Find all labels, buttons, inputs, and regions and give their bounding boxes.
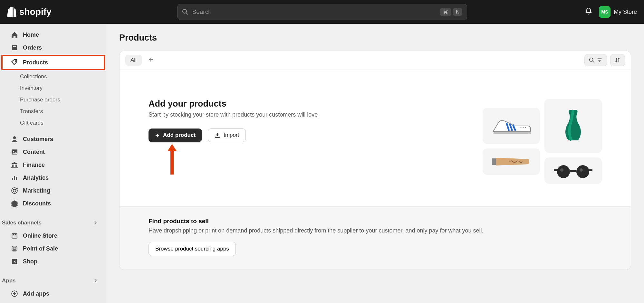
- nav-discounts[interactable]: Discounts: [3, 197, 104, 210]
- import-icon: [215, 132, 220, 138]
- page-title: Products: [119, 33, 631, 43]
- svg-rect-9: [16, 177, 17, 180]
- apps-header[interactable]: Apps: [0, 274, 106, 287]
- nav-customers[interactable]: Customers: [3, 133, 104, 146]
- nav-finance[interactable]: Finance: [3, 158, 104, 171]
- search-filter-button[interactable]: [584, 54, 607, 66]
- nav-content[interactable]: Content: [3, 146, 104, 158]
- nav-orders[interactable]: Orders: [3, 41, 104, 54]
- svg-rect-12: [12, 233, 17, 238]
- notifications-icon[interactable]: [585, 7, 592, 16]
- svg-point-4: [13, 136, 16, 139]
- sort-icon: [615, 57, 620, 63]
- nav-online-store[interactable]: Online Store: [3, 229, 104, 242]
- nav-inventory[interactable]: Inventory: [0, 82, 106, 94]
- nav-label: Content: [23, 149, 45, 156]
- nav-label: Discounts: [23, 200, 51, 207]
- nav-label: Point of Sale: [23, 245, 58, 252]
- svg-rect-28: [570, 170, 576, 172]
- svg-point-23: [523, 127, 524, 128]
- plus-circle-icon: [11, 290, 18, 297]
- svg-point-0: [183, 9, 187, 13]
- store-switcher[interactable]: MS My Store: [599, 6, 637, 18]
- image-icon: [11, 148, 18, 156]
- search-icon: [182, 9, 188, 15]
- nav-shop[interactable]: Shop: [3, 255, 104, 268]
- chevron-right-icon: [93, 278, 98, 283]
- nav-label: Orders: [23, 44, 42, 51]
- top-bar: shopify Search ⌘ K MS My Store: [0, 0, 644, 24]
- nav-label: Add apps: [23, 290, 49, 297]
- svg-rect-25: [492, 158, 496, 165]
- svg-point-26: [557, 165, 570, 178]
- main-content: Products All: [106, 24, 644, 303]
- svg-point-20: [590, 58, 593, 62]
- store-name: My Store: [614, 9, 637, 15]
- orders-icon: [11, 44, 18, 51]
- button-label: Import: [224, 132, 239, 138]
- avatar: MS: [599, 6, 610, 18]
- nav-home[interactable]: Home: [3, 28, 104, 41]
- empty-subtext: Start by stocking your store with produc…: [149, 111, 470, 118]
- arrow-annotation: [166, 144, 178, 176]
- nav-marketing[interactable]: Marketing: [3, 184, 104, 197]
- sales-channels-header[interactable]: Sales channels: [0, 216, 106, 229]
- svg-rect-29: [554, 169, 558, 171]
- shop-icon: [11, 258, 18, 265]
- products-card: All Add your products Star: [119, 51, 631, 270]
- button-label: Add product: [163, 132, 196, 138]
- shoe-illustration: [483, 108, 540, 144]
- svg-rect-8: [14, 176, 15, 180]
- nav-gift-cards[interactable]: Gift cards: [0, 117, 106, 129]
- filter-icon: [597, 57, 602, 63]
- svg-point-11: [13, 189, 16, 192]
- vase-illustration: [544, 99, 602, 153]
- nav-label: Shop: [23, 258, 37, 265]
- bank-icon: [11, 161, 18, 168]
- card-footer: Find products to sell Have dropshipping …: [120, 206, 631, 270]
- svg-point-17: [15, 250, 16, 250]
- person-icon: [11, 136, 18, 143]
- nav-transfers[interactable]: Transfers: [0, 106, 106, 117]
- nav-products[interactable]: Products: [3, 56, 104, 69]
- chevron-right-icon: [93, 220, 98, 225]
- empty-state: Add your products Start by stocking your…: [120, 70, 631, 206]
- target-icon: [11, 187, 18, 194]
- empty-heading: Add your products: [149, 99, 470, 109]
- home-icon: [11, 31, 18, 38]
- browse-apps-button[interactable]: Browse product sourcing apps: [149, 242, 236, 256]
- sort-button[interactable]: [610, 54, 625, 66]
- search-placeholder: Search: [192, 8, 438, 15]
- nav-label: Home: [23, 32, 39, 38]
- svg-rect-2: [13, 46, 16, 47]
- nav-purchase-orders[interactable]: Purchase orders: [0, 94, 106, 106]
- pos-icon: [11, 245, 18, 252]
- plus-icon: [155, 133, 160, 138]
- nav-add-apps[interactable]: Add apps: [3, 287, 104, 300]
- kbd-k: K: [453, 8, 462, 16]
- shopify-logo[interactable]: shopify: [7, 6, 52, 17]
- store-icon: [11, 232, 18, 239]
- search-icon: [589, 57, 595, 63]
- nav-label: Finance: [23, 162, 45, 168]
- svg-rect-14: [13, 247, 16, 249]
- sunglasses-illustration: [544, 157, 602, 184]
- nav-label: Online Store: [23, 232, 57, 239]
- products-highlight-annotation: Products: [1, 55, 105, 70]
- search-input[interactable]: Search ⌘ K: [177, 4, 467, 20]
- nav-collections[interactable]: Collections: [0, 71, 106, 82]
- tabs-bar: All: [120, 51, 631, 70]
- section-label: Sales channels: [2, 220, 42, 226]
- svg-point-31: [560, 168, 563, 172]
- nav-pos[interactable]: Point of Sale: [3, 242, 104, 255]
- add-product-button[interactable]: Add product: [149, 128, 202, 142]
- nav-label: Products: [23, 59, 48, 66]
- svg-rect-30: [589, 169, 592, 171]
- tab-all[interactable]: All: [125, 55, 142, 66]
- add-tab-button[interactable]: [145, 55, 157, 65]
- nav-analytics[interactable]: Analytics: [3, 171, 104, 184]
- nav-label: Customers: [23, 136, 53, 143]
- svg-point-15: [13, 250, 14, 250]
- import-button[interactable]: Import: [208, 128, 246, 142]
- footer-subtext: Have dropshipping or print on demand pro…: [149, 227, 602, 234]
